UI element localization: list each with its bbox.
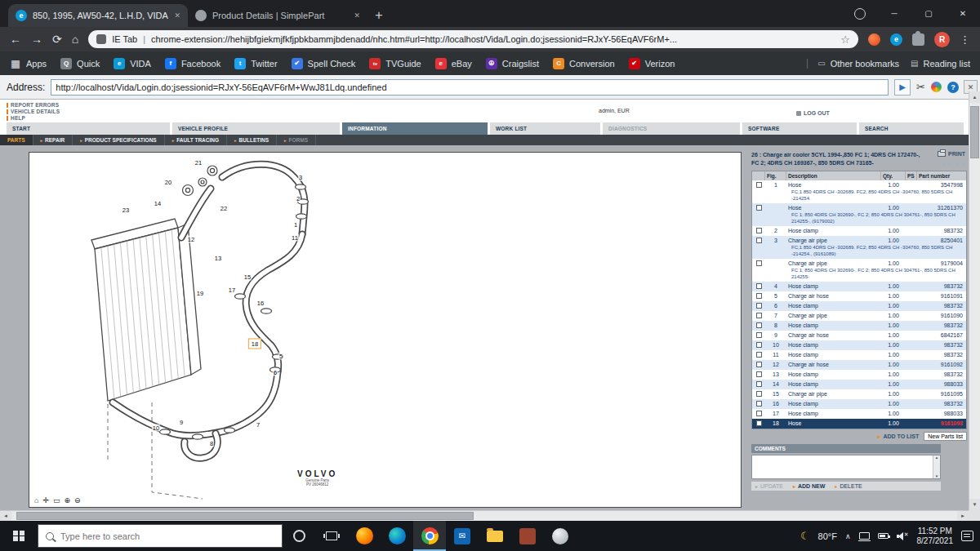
subtab-parts[interactable]: PARTS	[0, 135, 33, 145]
home-icon[interactable]: ⌂	[72, 33, 78, 45]
print-button[interactable]: PRINT	[938, 151, 965, 157]
photos-button[interactable]	[511, 521, 544, 551]
help-icon[interactable]: ?	[947, 82, 959, 93]
edge-button[interactable]	[381, 521, 413, 551]
scroll-up-arrow[interactable]: ▲	[969, 91, 980, 103]
diagram-callout-6[interactable]: 6	[273, 369, 278, 376]
zoom-out-icon[interactable]: ⊖	[74, 496, 81, 504]
comments-scroll-up-icon[interactable]: ▲	[935, 455, 938, 460]
new-parts-list-button[interactable]: New Parts list	[924, 432, 967, 441]
nav-last-icon[interactable]: ►►	[955, 161, 965, 167]
zoom-in-icon[interactable]: ⊕	[65, 496, 71, 504]
bookmark-other-bookmarks[interactable]: ▭Other bookmarks	[817, 59, 899, 69]
taskbar-clock[interactable]: 11:52 PM 8/27/2021	[917, 527, 954, 546]
diagram-callout-11[interactable]: 11	[291, 234, 299, 242]
diagram-callout-8[interactable]: 8	[209, 440, 214, 447]
row-checkbox[interactable]	[756, 182, 762, 188]
row-checkbox[interactable]	[756, 401, 762, 407]
start-button[interactable]	[0, 521, 38, 551]
row-checkbox[interactable]	[756, 322, 762, 328]
subtab-forms[interactable]: ▸FORMS	[277, 135, 316, 145]
browser-tab-2[interactable]: Product Details | SimplePart✕	[188, 4, 368, 27]
pan-icon[interactable]: ✛	[42, 496, 49, 504]
home-view-icon[interactable]: ⌂	[34, 496, 38, 504]
table-row[interactable]: 8Hose clamp1.00983732	[752, 321, 966, 331]
subtab-product-specifications[interactable]: ▸PRODUCT SPECIFICATIONS	[73, 135, 165, 145]
options-icon[interactable]	[931, 82, 942, 92]
link-help[interactable]: HELP	[7, 115, 60, 121]
bookmark-star-icon[interactable]: ☆	[840, 33, 850, 46]
diagram-callout-10[interactable]: 10	[152, 424, 160, 432]
scroll-down-arrow[interactable]: ▼	[969, 499, 980, 510]
horizontal-scroll-thumb[interactable]	[16, 512, 474, 520]
diagram-callout-9[interactable]: 9	[179, 419, 184, 426]
subtab-bulletins[interactable]: ▸BULLETINS	[227, 135, 277, 145]
row-checkbox[interactable]	[756, 283, 762, 289]
frame-zoom-icon[interactable]: ▭	[53, 496, 60, 504]
diagram-callout-7[interactable]: 7	[256, 421, 261, 429]
ietab-url-input[interactable]	[51, 79, 889, 96]
bookmark-twitter[interactable]: tTwitter	[234, 58, 277, 69]
go-button[interactable]: ▶	[894, 79, 911, 96]
table-row[interactable]: 17Hose clamp1.00988033	[752, 409, 966, 419]
logout-button[interactable]: LOG OUT	[796, 110, 830, 116]
table-row[interactable]: 1Hose1.003547998FC;1 850 4DRS CH -302689…	[752, 180, 966, 203]
diagram-callout-2[interactable]: 2	[296, 195, 301, 202]
row-checkbox[interactable]	[756, 303, 762, 309]
diagram-callout-14[interactable]: 14	[154, 200, 162, 207]
row-checkbox[interactable]	[756, 371, 762, 377]
diagram-callout-3[interactable]: 3	[298, 174, 303, 181]
table-row[interactable]: 2Hose clamp1.00983732	[752, 226, 966, 236]
extensions-menu-icon[interactable]	[912, 33, 924, 46]
row-checkbox[interactable]	[756, 381, 762, 387]
table-row[interactable]: 13Hose clamp1.00983732	[752, 370, 966, 380]
tab-information[interactable]: INFORMATION	[342, 122, 488, 135]
table-row[interactable]: 18Hose1.009161093	[752, 419, 966, 429]
tab-close-icon[interactable]: ✕	[174, 11, 180, 20]
vertical-scrollbar[interactable]: ▲ ▼	[969, 91, 980, 510]
tab-vehicle-profile[interactable]: VEHICLE PROFILE	[172, 122, 340, 135]
comments-scrollbar[interactable]: ▲ ▼	[933, 455, 940, 478]
firefox-button[interactable]	[348, 521, 381, 551]
table-row[interactable]: 14Hose clamp1.00988033	[752, 380, 966, 389]
scroll-left-arrow[interactable]: ◄	[0, 511, 11, 521]
table-row[interactable]: 4Hose clamp1.00983732	[752, 282, 966, 291]
task-view-button[interactable]	[315, 521, 348, 551]
battery-icon[interactable]	[878, 533, 889, 539]
tools-icon[interactable]: ✂	[916, 81, 925, 93]
row-checkbox[interactable]	[756, 205, 762, 211]
bookmark-apps[interactable]: ▦Apps	[10, 58, 47, 69]
diagram-callout-15[interactable]: 15	[243, 273, 252, 281]
diagram-callout-16[interactable]: 16	[256, 300, 265, 307]
table-row[interactable]: 11Hose clamp1.00983732	[752, 350, 966, 360]
bookmark-tvguide[interactable]: tvTVGuide	[369, 58, 421, 69]
tab-software[interactable]: SOFTWARE	[742, 122, 857, 135]
diagram-callout-13[interactable]: 13	[214, 255, 222, 262]
scroll-right-arrow[interactable]: ►	[957, 511, 969, 521]
back-icon[interactable]: ←	[10, 33, 21, 45]
table-row[interactable]: 5Charge air hose1.009161091	[752, 291, 966, 301]
table-row[interactable]: Charge air pipe1.009179004FC 1; 850 4DRS…	[752, 259, 966, 282]
forward-icon[interactable]: →	[31, 33, 42, 45]
bookmark-verizon[interactable]: ✔Verizon	[629, 58, 675, 69]
browser-menu-icon[interactable]: ⋮	[960, 33, 970, 46]
row-checkbox[interactable]	[756, 352, 762, 358]
link-report-errors[interactable]: REPORT ERRORS	[7, 102, 60, 108]
row-checkbox[interactable]	[756, 313, 762, 318]
row-checkbox[interactable]	[756, 293, 762, 299]
hidden-icons-chevron[interactable]: ∧	[845, 532, 851, 540]
row-checkbox[interactable]	[756, 391, 762, 397]
row-checkbox[interactable]	[756, 420, 762, 426]
row-checkbox[interactable]	[756, 332, 762, 338]
update-button[interactable]: ▸UPDATE	[755, 483, 783, 489]
volume-muted-icon[interactable]: ✕	[897, 532, 909, 540]
bookmark-reading-list[interactable]: ▤Reading list	[911, 59, 970, 69]
diagram-callout-18[interactable]: 18	[248, 339, 261, 349]
display-icon[interactable]	[859, 532, 870, 540]
extension-icon-1[interactable]	[868, 33, 880, 46]
bookmark-spell-check[interactable]: ✔Spell Check	[292, 58, 356, 69]
horizontal-scroll-track[interactable]	[11, 511, 957, 521]
diagram-callout-22[interactable]: 22	[220, 205, 228, 212]
vertical-scroll-track[interactable]	[969, 103, 980, 499]
horizontal-scrollbar[interactable]: ◄ ►	[0, 510, 969, 521]
